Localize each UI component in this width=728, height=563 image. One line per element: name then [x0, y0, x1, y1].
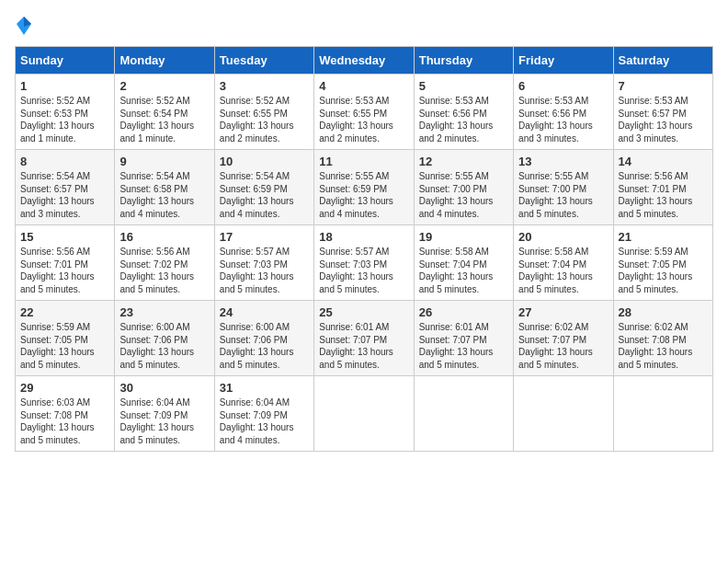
day-number: 14 [619, 155, 708, 168]
day-info: Sunrise: 6:04 AM Sunset: 7:09 PM Dayligh… [220, 396, 309, 446]
day-info: Sunrise: 6:02 AM Sunset: 7:07 PM Dayligh… [518, 321, 608, 371]
day-info: Sunrise: 5:52 AM Sunset: 6:54 PM Dayligh… [119, 95, 209, 144]
calendar-cell: 30 Sunrise: 6:04 AM Sunset: 7:09 PM Dayl… [115, 376, 214, 452]
calendar-cell: 21 Sunrise: 5:59 AM Sunset: 7:05 PM Dayl… [613, 225, 712, 301]
calendar-cell: 13 Sunrise: 5:55 AM Sunset: 7:00 PM Dayl… [514, 150, 613, 225]
day-info: Sunrise: 5:52 AM Sunset: 6:55 PM Dayligh… [220, 95, 309, 144]
calendar-week-row: 1 Sunrise: 5:52 AM Sunset: 6:53 PM Dayli… [16, 75, 713, 150]
day-number: 22 [20, 305, 109, 319]
calendar-day-header: Friday [514, 47, 613, 75]
day-info: Sunrise: 5:54 AM Sunset: 6:57 PM Dayligh… [20, 170, 109, 220]
day-info: Sunrise: 5:54 AM Sunset: 6:59 PM Dayligh… [220, 170, 309, 220]
calendar-cell: 20 Sunrise: 5:58 AM Sunset: 7:04 PM Dayl… [514, 225, 613, 301]
calendar-week-row: 15 Sunrise: 5:56 AM Sunset: 7:01 PM Dayl… [16, 225, 713, 301]
day-number: 23 [119, 305, 209, 319]
day-number: 27 [518, 305, 608, 319]
calendar-header-row: SundayMondayTuesdayWednesdayThursdayFrid… [16, 47, 713, 75]
day-info: Sunrise: 5:54 AM Sunset: 6:58 PM Dayligh… [119, 170, 209, 220]
calendar-cell: 28 Sunrise: 6:02 AM Sunset: 7:08 PM Dayl… [613, 301, 712, 376]
calendar-week-row: 8 Sunrise: 5:54 AM Sunset: 6:57 PM Dayli… [16, 150, 713, 225]
day-number: 5 [419, 79, 508, 93]
calendar-week-row: 22 Sunrise: 5:59 AM Sunset: 7:05 PM Dayl… [16, 301, 713, 376]
day-info: Sunrise: 5:56 AM Sunset: 7:01 PM Dayligh… [619, 170, 708, 220]
calendar-cell: 27 Sunrise: 6:02 AM Sunset: 7:07 PM Dayl… [514, 301, 613, 376]
day-info: Sunrise: 5:57 AM Sunset: 7:03 PM Dayligh… [319, 246, 408, 295]
day-info: Sunrise: 6:00 AM Sunset: 7:06 PM Dayligh… [119, 321, 209, 371]
day-number: 29 [20, 381, 109, 395]
day-number: 25 [319, 305, 408, 319]
day-number: 18 [319, 230, 408, 244]
calendar-body: 1 Sunrise: 5:52 AM Sunset: 6:53 PM Dayli… [16, 75, 713, 452]
day-number: 2 [119, 79, 209, 93]
calendar-cell: 29 Sunrise: 6:03 AM Sunset: 7:08 PM Dayl… [16, 376, 115, 452]
calendar-cell: 7 Sunrise: 5:53 AM Sunset: 6:57 PM Dayli… [613, 75, 712, 150]
day-number: 4 [319, 79, 408, 93]
calendar-cell: 2 Sunrise: 5:52 AM Sunset: 6:54 PM Dayli… [115, 75, 214, 150]
day-info: Sunrise: 5:58 AM Sunset: 7:04 PM Dayligh… [419, 246, 508, 295]
calendar-day-header: Thursday [414, 47, 513, 75]
day-number: 30 [119, 381, 209, 395]
day-info: Sunrise: 6:01 AM Sunset: 7:07 PM Dayligh… [319, 321, 408, 371]
day-number: 9 [119, 155, 209, 168]
day-info: Sunrise: 5:58 AM Sunset: 7:04 PM Dayligh… [518, 246, 608, 295]
calendar-cell: 5 Sunrise: 5:53 AM Sunset: 6:56 PM Dayli… [414, 75, 513, 150]
header [15, 15, 713, 37]
calendar-cell: 19 Sunrise: 5:58 AM Sunset: 7:04 PM Dayl… [414, 225, 513, 301]
day-number: 15 [20, 230, 109, 244]
calendar-week-row: 29 Sunrise: 6:03 AM Sunset: 7:08 PM Dayl… [16, 376, 713, 452]
calendar-cell: 16 Sunrise: 5:56 AM Sunset: 7:02 PM Dayl… [115, 225, 214, 301]
day-number: 28 [619, 305, 708, 319]
day-info: Sunrise: 5:55 AM Sunset: 7:00 PM Dayligh… [419, 170, 508, 220]
calendar-cell: 26 Sunrise: 6:01 AM Sunset: 7:07 PM Dayl… [414, 301, 513, 376]
day-info: Sunrise: 6:03 AM Sunset: 7:08 PM Dayligh… [20, 396, 109, 446]
day-info: Sunrise: 5:53 AM Sunset: 6:56 PM Dayligh… [419, 95, 508, 144]
calendar-day-header: Tuesday [214, 47, 313, 75]
calendar-day-header: Monday [115, 47, 214, 75]
day-number: 1 [20, 79, 109, 93]
day-info: Sunrise: 6:02 AM Sunset: 7:08 PM Dayligh… [619, 321, 708, 371]
day-number: 11 [319, 155, 408, 168]
calendar-cell: 10 Sunrise: 5:54 AM Sunset: 6:59 PM Dayl… [214, 150, 313, 225]
day-number: 20 [518, 230, 608, 244]
calendar-day-header: Saturday [613, 47, 712, 75]
calendar-cell: 18 Sunrise: 5:57 AM Sunset: 7:03 PM Dayl… [314, 225, 414, 301]
calendar-cell: 24 Sunrise: 6:00 AM Sunset: 7:06 PM Dayl… [214, 301, 313, 376]
calendar-cell: 31 Sunrise: 6:04 AM Sunset: 7:09 PM Dayl… [214, 376, 313, 452]
calendar-table: SundayMondayTuesdayWednesdayThursdayFrid… [15, 46, 713, 452]
day-number: 21 [619, 230, 708, 244]
logo-icon [15, 15, 33, 37]
day-number: 12 [419, 155, 508, 168]
day-info: Sunrise: 6:00 AM Sunset: 7:06 PM Dayligh… [220, 321, 309, 371]
day-info: Sunrise: 6:01 AM Sunset: 7:07 PM Dayligh… [419, 321, 508, 371]
calendar-cell [314, 376, 414, 452]
calendar-cell: 12 Sunrise: 5:55 AM Sunset: 7:00 PM Dayl… [414, 150, 513, 225]
day-number: 8 [20, 155, 109, 168]
calendar-cell: 23 Sunrise: 6:00 AM Sunset: 7:06 PM Dayl… [115, 301, 214, 376]
calendar-cell: 4 Sunrise: 5:53 AM Sunset: 6:55 PM Dayli… [314, 75, 414, 150]
day-number: 19 [419, 230, 508, 244]
calendar-cell: 8 Sunrise: 5:54 AM Sunset: 6:57 PM Dayli… [16, 150, 115, 225]
calendar-cell: 6 Sunrise: 5:53 AM Sunset: 6:56 PM Dayli… [514, 75, 613, 150]
calendar-day-header: Wednesday [314, 47, 414, 75]
day-number: 6 [518, 79, 608, 93]
day-info: Sunrise: 6:04 AM Sunset: 7:09 PM Dayligh… [119, 396, 209, 446]
day-number: 24 [220, 305, 309, 319]
calendar-cell: 22 Sunrise: 5:59 AM Sunset: 7:05 PM Dayl… [16, 301, 115, 376]
day-number: 10 [220, 155, 309, 168]
day-number: 7 [619, 79, 708, 93]
day-number: 3 [220, 79, 309, 93]
day-info: Sunrise: 5:53 AM Sunset: 6:57 PM Dayligh… [619, 95, 708, 144]
day-info: Sunrise: 5:55 AM Sunset: 6:59 PM Dayligh… [319, 170, 408, 220]
day-number: 16 [119, 230, 209, 244]
calendar-cell: 15 Sunrise: 5:56 AM Sunset: 7:01 PM Dayl… [16, 225, 115, 301]
calendar-cell: 3 Sunrise: 5:52 AM Sunset: 6:55 PM Dayli… [214, 75, 313, 150]
day-number: 13 [518, 155, 608, 168]
logo [15, 15, 33, 37]
calendar-cell: 14 Sunrise: 5:56 AM Sunset: 7:01 PM Dayl… [613, 150, 712, 225]
calendar-day-header: Sunday [16, 47, 115, 75]
calendar-cell: 1 Sunrise: 5:52 AM Sunset: 6:53 PM Dayli… [16, 75, 115, 150]
day-info: Sunrise: 5:53 AM Sunset: 6:56 PM Dayligh… [518, 95, 608, 144]
calendar-cell: 9 Sunrise: 5:54 AM Sunset: 6:58 PM Dayli… [115, 150, 214, 225]
calendar-cell: 17 Sunrise: 5:57 AM Sunset: 7:03 PM Dayl… [214, 225, 313, 301]
calendar-cell [514, 376, 613, 452]
